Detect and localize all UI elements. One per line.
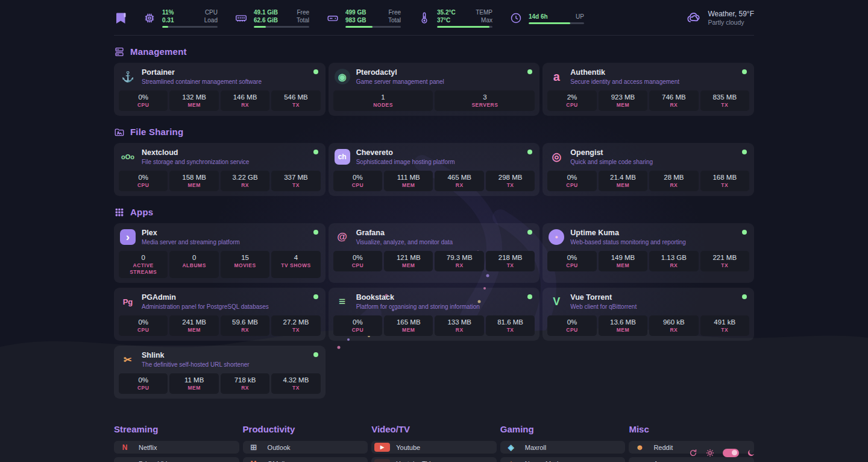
stat-cell: 546 MBTX	[271, 90, 320, 111]
stat-value: 165 MB	[384, 318, 433, 326]
service-description: Web-based status monitoring and reportin…	[570, 238, 686, 246]
stat-label: MEM	[384, 262, 433, 269]
bookmark-youtube[interactable]: ▶Youtube	[371, 441, 497, 454]
bookmark-nexus-mods[interactable]: ◆Nexus Mods	[500, 457, 626, 462]
service-name: Uptime Kuma	[570, 229, 686, 238]
bookmark-label: Youtube TV	[396, 460, 430, 462]
bookmark-outlook[interactable]: ⊞Outlook	[243, 441, 368, 454]
temperature-icon	[418, 11, 432, 25]
service-card-pgadmin[interactable]: PgPGAdminAdministration panel for Postgr…	[114, 288, 326, 341]
stat-value: 0	[119, 253, 168, 262]
stat-cell: 132 MBMEM	[169, 90, 218, 111]
service-card-nextcloud[interactable]: oOoNextcloudFile storage and synchroniza…	[114, 143, 326, 196]
refresh-icon[interactable]	[689, 448, 698, 457]
moon-icon[interactable]	[747, 448, 756, 457]
stat-value: 465 MB	[435, 173, 483, 182]
stat-value: 133 MB	[435, 318, 483, 326]
stat-cell: 13.6 MBMEM	[599, 315, 647, 336]
service-card-pterodactyl[interactable]: ◉PterodactylGame server management panel…	[329, 63, 540, 116]
stat-label: CPU	[547, 102, 596, 109]
service-name: Portainer	[142, 68, 262, 77]
status-dot-online	[313, 150, 318, 154]
service-card-vue-torrent[interactable]: VVue TorrentWeb client for qBittorrent0%…	[542, 288, 754, 341]
temperature-value: 35.2°C	[437, 8, 468, 16]
toggle-knob	[732, 450, 737, 455]
service-description: Secure identity and access management	[570, 78, 679, 86]
service-name: Vue Torrent	[570, 293, 637, 302]
stat-value: 746 MB	[649, 93, 698, 101]
bookmark-netflix[interactable]: NNetflix	[114, 441, 239, 454]
stat-value: 960 kB	[649, 318, 698, 326]
stat-cell: 337 MBTX	[271, 171, 320, 191]
service-card-bookstack[interactable]: ≡BookstackPlatform for organising and st…	[329, 288, 540, 341]
theme-toggle[interactable]	[723, 449, 739, 457]
stat-cell: 165 MBMEM	[384, 315, 433, 336]
service-card-portainer[interactable]: ⚓PortainerStreamlined container manageme…	[114, 63, 326, 116]
card-grid: oOoNextcloudFile storage and synchroniza…	[114, 143, 754, 196]
stat-label: RX	[435, 182, 483, 189]
weather-widget[interactable]: Weather, 59°F Partly cloudy	[686, 10, 754, 27]
bookmark-gmail[interactable]: MGMail	[243, 457, 368, 462]
service-card-authentik[interactable]: aAuthentikSecure identity and access man…	[542, 63, 754, 116]
bookmark-label: Prime Video	[139, 460, 175, 462]
stat-cell: 491 kBTX	[700, 315, 749, 336]
bookmark-prime-video[interactable]: ⌣Prime Video	[114, 457, 239, 462]
bookmark-group-title: Misc	[629, 424, 754, 434]
stat-value: 81.6 MB	[486, 318, 535, 326]
nextcloud-icon: oOo	[120, 149, 136, 165]
resource-widgets: 11%CPU0.31Load49.1 GiBFree62.6 GiBTotal4…	[143, 8, 601, 28]
uptime-progress-bar	[529, 22, 584, 24]
cpu-progress-bar	[162, 26, 218, 28]
uptime-icon	[509, 11, 524, 25]
service-card-plex[interactable]: ›PlexMedia server and streaming platform…	[114, 223, 326, 283]
stat-label: MEM	[384, 182, 433, 189]
service-description: The definitive self-hosted URL shortener	[142, 361, 250, 369]
section-management: Management⚓PortainerStreamlined containe…	[114, 46, 754, 116]
uptime-kuma-icon: ●	[549, 229, 564, 245]
temperature-value: 37°C	[437, 16, 468, 24]
stat-label: TX	[271, 385, 320, 391]
stat-label: RX	[221, 182, 269, 189]
outlook-icon: ⊞	[246, 443, 262, 452]
service-description: Web client for qBittorrent	[570, 303, 637, 311]
stat-cell: 11 MBMEM	[169, 373, 218, 394]
shlink-icon: ✂	[120, 352, 136, 367]
disk-progress-bar	[345, 26, 401, 28]
section-apps: Apps›PlexMedia server and streaming plat…	[114, 206, 754, 399]
bookmark-youtube-tv[interactable]: ▶TVYoutube TV	[371, 457, 497, 462]
stat-label: MEM	[169, 182, 218, 189]
progress-fill	[529, 22, 570, 24]
service-card-shlink[interactable]: ✂ShlinkThe definitive self-hosted URL sh…	[114, 346, 326, 399]
section-title: Apps	[130, 207, 153, 217]
bookmark-maxroll[interactable]: ◈Maxroll	[500, 441, 626, 454]
service-description: File storage and synchronization service	[142, 158, 249, 166]
bookmark-column-video-tv: Video/TV▶Youtube▶TVYoutube TV	[371, 417, 497, 462]
bookmark-group-title: Streaming	[114, 424, 239, 434]
temperature-label: TEMP	[476, 8, 492, 16]
service-card-uptime-kuma[interactable]: ●Uptime KumaWeb-based status monitoring …	[542, 223, 754, 283]
stat-label: RX	[221, 327, 269, 334]
stat-label: CPU	[547, 327, 596, 334]
service-name: Bookstack	[356, 293, 480, 302]
stat-label: MEM	[599, 262, 647, 269]
plex-icon: ›	[120, 229, 136, 245]
stat-value: 718 kB	[221, 376, 269, 384]
service-card-opengist[interactable]: ◎OpengistQuick and simple code sharing0%…	[542, 143, 754, 196]
disk-label: Total	[388, 16, 401, 24]
bookmark-amazon[interactable]: aAmazon	[629, 457, 754, 462]
weather-summary: Weather, 59°F	[708, 10, 754, 19]
server-stack-icon	[114, 46, 125, 57]
stat-label: TX	[271, 102, 320, 109]
bookmark-group-title: Gaming	[500, 424, 626, 434]
sun-icon[interactable]	[706, 448, 715, 457]
stat-value: 835 MB	[700, 93, 749, 101]
stat-cell: 59.6 MBRX	[221, 315, 269, 336]
service-stats: 0%CPU11 MBMEM718 kBRX4.32 MBTX	[119, 373, 321, 394]
stat-value: 121 MB	[384, 253, 433, 262]
service-card-grafana[interactable]: @GrafanaVisualize, analyze, and monitor …	[329, 223, 540, 283]
service-card-chevereto[interactable]: chCheveretoSophisticated image hosting p…	[329, 143, 540, 196]
stat-cell: 15MOVIES	[221, 251, 269, 278]
service-stats: 2%CPU923 MBMEM746 MBRX835 MBTX	[547, 90, 749, 111]
stat-label: MOVIES	[221, 262, 269, 269]
status-dot-online	[742, 230, 747, 235]
